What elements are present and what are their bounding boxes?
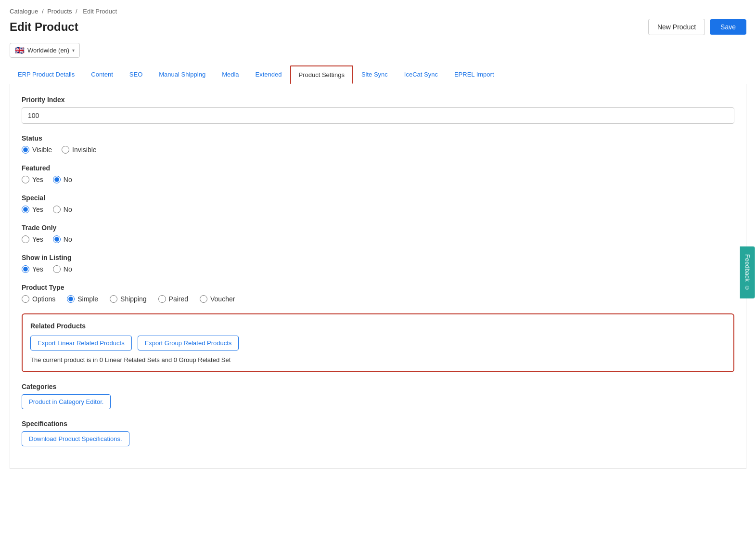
trade-only-radio-group: Yes No <box>22 235 734 243</box>
show-in-listing-no-label[interactable]: No <box>53 265 72 273</box>
product-type-section: Product Type Options Simple Shipping Pai… <box>22 284 734 303</box>
product-type-simple-label[interactable]: Simple <box>67 295 98 303</box>
featured-radio-group: Yes No <box>22 176 734 183</box>
save-button[interactable]: Save <box>710 19 746 35</box>
breadcrumb-sep1: / <box>42 8 44 15</box>
trade-only-no-radio[interactable] <box>53 235 61 243</box>
related-products-title: Related Products <box>30 322 726 330</box>
show-in-listing-yes-label[interactable]: Yes <box>22 265 43 273</box>
specifications-section: Specifications Download Product Specific… <box>22 420 734 446</box>
featured-yes-label[interactable]: Yes <box>22 176 43 183</box>
trade-only-no-text: No <box>64 235 72 243</box>
priority-index-input[interactable] <box>22 107 734 124</box>
product-type-voucher-text: Voucher <box>210 295 235 303</box>
special-no-label[interactable]: No <box>53 206 72 213</box>
featured-no-label[interactable]: No <box>53 176 72 183</box>
specifications-label: Specifications <box>22 420 734 428</box>
product-type-voucher-radio[interactable] <box>200 295 207 303</box>
product-type-simple-radio[interactable] <box>67 295 75 303</box>
categories-section: Categories Product in Category Editor. <box>22 383 734 409</box>
trade-only-yes-radio[interactable] <box>22 235 29 243</box>
related-products-info: The current product is in 0 Linear Relat… <box>30 356 726 363</box>
tab-content[interactable]: Content <box>83 65 121 84</box>
locale-flag: 🇬🇧 <box>15 46 25 55</box>
tab-icecat-sync[interactable]: IceCat Sync <box>396 65 446 84</box>
special-no-radio[interactable] <box>53 206 61 213</box>
product-type-shipping-radio[interactable] <box>110 295 117 303</box>
status-invisible-text: Invisible <box>72 146 97 154</box>
tab-manual-shipping[interactable]: Manual Shipping <box>151 65 214 84</box>
tab-erp[interactable]: ERP Product Details <box>10 65 83 84</box>
tabs-nav: ERP Product DetailsContentSEOManual Ship… <box>10 65 746 84</box>
new-product-button[interactable]: New Product <box>648 19 705 35</box>
special-section: Special Yes No <box>22 194 734 213</box>
featured-no-text: No <box>64 176 72 183</box>
breadcrumb-products[interactable]: Products <box>47 8 72 15</box>
categories-label: Categories <box>22 383 734 390</box>
show-in-listing-yes-text: Yes <box>32 265 43 273</box>
status-visible-radio[interactable] <box>22 146 29 154</box>
special-yes-text: Yes <box>32 206 43 213</box>
product-type-label: Product Type <box>22 284 734 291</box>
locale-selector[interactable]: 🇬🇧 Worldwide (en) ▾ <box>10 43 80 58</box>
tab-eprel-import[interactable]: EPREL Import <box>446 65 502 84</box>
tab-product-settings[interactable]: Product Settings <box>290 65 353 84</box>
related-products-buttons: Export Linear Related Products Export Gr… <box>30 336 726 350</box>
breadcrumb-sep2: / <box>76 8 77 15</box>
feedback-tab[interactable]: Feedback ☺ <box>740 247 755 298</box>
featured-no-radio[interactable] <box>53 176 61 183</box>
featured-label: Featured <box>22 164 734 172</box>
show-in-listing-no-text: No <box>64 265 72 273</box>
header-actions: New Product Save <box>648 19 746 35</box>
product-type-shipping-label[interactable]: Shipping <box>110 295 147 303</box>
feedback-icon: ☺ <box>743 285 751 291</box>
show-in-listing-yes-radio[interactable] <box>22 265 29 273</box>
trade-only-yes-text: Yes <box>32 235 43 243</box>
special-yes-label[interactable]: Yes <box>22 206 43 213</box>
priority-index-section: Priority Index <box>22 96 734 124</box>
special-radio-group: Yes No <box>22 206 734 213</box>
status-label: Status <box>22 134 734 142</box>
tab-site-sync[interactable]: Site Sync <box>353 65 396 84</box>
status-visible-label[interactable]: Visible <box>22 146 52 154</box>
locale-label: Worldwide (en) <box>27 47 69 54</box>
product-type-options-radio[interactable] <box>22 295 29 303</box>
product-type-paired-label[interactable]: Paired <box>158 295 188 303</box>
breadcrumb-catalogue[interactable]: Catalogue <box>10 8 38 15</box>
show-in-listing-section: Show in Listing Yes No <box>22 254 734 273</box>
breadcrumb-current: Edit Product <box>83 8 117 15</box>
category-editor-button[interactable]: Product in Category Editor. <box>22 394 111 409</box>
export-group-related-button[interactable]: Export Group Related Products <box>138 336 239 350</box>
breadcrumb: Catalogue / Products / Edit Product <box>10 8 746 15</box>
page-header: Edit Product New Product Save <box>10 19 746 35</box>
special-yes-radio[interactable] <box>22 206 29 213</box>
special-no-text: No <box>64 206 72 213</box>
status-invisible-label[interactable]: Invisible <box>62 146 97 154</box>
status-invisible-radio[interactable] <box>62 146 69 154</box>
product-type-paired-radio[interactable] <box>158 295 166 303</box>
trade-only-yes-label[interactable]: Yes <box>22 235 43 243</box>
export-linear-related-button[interactable]: Export Linear Related Products <box>30 336 132 350</box>
content-area: Priority Index Status Visible Invisible … <box>10 84 746 469</box>
product-type-options-text: Options <box>32 295 55 303</box>
product-type-voucher-label[interactable]: Voucher <box>200 295 235 303</box>
show-in-listing-radio-group: Yes No <box>22 265 734 273</box>
feedback-label: Feedback <box>743 254 751 282</box>
product-type-options-label[interactable]: Options <box>22 295 55 303</box>
featured-yes-text: Yes <box>32 176 43 183</box>
product-type-shipping-text: Shipping <box>120 295 147 303</box>
show-in-listing-label: Show in Listing <box>22 254 734 261</box>
priority-index-label: Priority Index <box>22 96 734 104</box>
featured-section: Featured Yes No <box>22 164 734 183</box>
trade-only-no-label[interactable]: No <box>53 235 72 243</box>
tab-extended[interactable]: Extended <box>247 65 290 84</box>
download-specifications-button[interactable]: Download Product Specifications. <box>22 431 129 446</box>
product-type-paired-text: Paired <box>169 295 188 303</box>
tab-seo[interactable]: SEO <box>121 65 151 84</box>
product-type-radio-group: Options Simple Shipping Paired Voucher <box>22 295 734 303</box>
product-type-simple-text: Simple <box>77 295 98 303</box>
tab-media[interactable]: Media <box>214 65 247 84</box>
featured-yes-radio[interactable] <box>22 176 29 183</box>
trade-only-label: Trade Only <box>22 224 734 232</box>
show-in-listing-no-radio[interactable] <box>53 265 61 273</box>
